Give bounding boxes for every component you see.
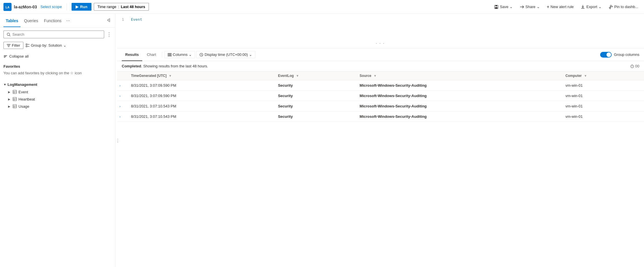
group-columns-label: Group columns bbox=[614, 52, 639, 57]
favorites-section: Favorites You can add favorites by click… bbox=[0, 62, 115, 79]
row-expand-0[interactable]: › bbox=[117, 80, 126, 91]
share-button[interactable]: Share ⌄ bbox=[517, 3, 542, 10]
select-scope-link[interactable]: Select scope bbox=[40, 5, 62, 9]
table-row: › 8/31/2021, 3:07:09.590 PM Security Mic… bbox=[117, 91, 644, 101]
timer-icon bbox=[630, 64, 634, 68]
query-line-1: Event bbox=[131, 17, 142, 22]
columns-icon bbox=[168, 53, 172, 57]
svg-rect-19 bbox=[13, 105, 16, 108]
export-label: Export bbox=[586, 5, 597, 9]
table-icon-usage bbox=[13, 104, 17, 108]
event-label: Event bbox=[18, 90, 28, 94]
svg-rect-24 bbox=[169, 53, 170, 56]
results-tbody: › 8/31/2021, 3:07:09.590 PM Security Mic… bbox=[117, 80, 644, 122]
timer-value: 00 bbox=[635, 64, 639, 68]
cell-source-1: Microsoft-Windows-Security-Auditing bbox=[355, 91, 561, 101]
tab-chart[interactable]: Chart bbox=[143, 49, 160, 61]
cell-time-1: 8/31/2021, 3:07:09.590 PM bbox=[126, 91, 273, 101]
row-expand-3[interactable]: › bbox=[117, 111, 126, 122]
collapse-all-label: Collapse all bbox=[9, 54, 29, 58]
status-text: . Showing results from the last 48 hours… bbox=[141, 64, 208, 68]
col-expand-header bbox=[117, 71, 126, 80]
source-filter-icon[interactable]: ▼ bbox=[373, 74, 377, 77]
sidebar-tabs: Tables Queries Functions ··· bbox=[0, 14, 115, 28]
group-columns-toggle: Group columns bbox=[600, 52, 639, 58]
save-icon bbox=[494, 5, 499, 9]
cell-source-3: Microsoft-Windows-Security-Auditing bbox=[355, 111, 561, 122]
pin-button[interactable]: Pin to dashb... bbox=[606, 3, 641, 10]
new-alert-label: New alert rule bbox=[551, 5, 574, 9]
cell-eventlog-3: Security bbox=[273, 111, 355, 122]
filter-label: Filter bbox=[12, 43, 20, 48]
sidebar-collapse-button[interactable] bbox=[105, 17, 112, 25]
clock-icon bbox=[199, 53, 203, 57]
row-expand-1[interactable]: › bbox=[117, 91, 126, 101]
time-range-button[interactable]: Time range : Last 48 hours bbox=[94, 3, 149, 11]
topbar: LA la-azMon-03 Select scope ▶ Run Time r… bbox=[0, 0, 644, 14]
cell-time-2: 8/31/2021, 3:07:10.543 PM bbox=[126, 101, 273, 111]
tab-tables[interactable]: Tables bbox=[3, 15, 20, 27]
results-tabs-bar: Results Chart Columns ⌄ Display time (UT… bbox=[117, 48, 644, 61]
cell-computer-1: vm-win-01 bbox=[561, 91, 644, 101]
sidebar-options-button[interactable]: ⋮ bbox=[106, 31, 112, 38]
group-logmanagement: ▼ LogManagement ▶ Event ▶ Heartbeat ▶ Us bbox=[0, 79, 115, 111]
svg-rect-11 bbox=[13, 90, 16, 94]
usage-label: Usage bbox=[18, 104, 29, 109]
search-box[interactable] bbox=[3, 31, 104, 38]
cell-source-2: Microsoft-Windows-Security-Auditing bbox=[355, 101, 561, 111]
sidebar-resize-handle[interactable] bbox=[115, 14, 117, 267]
share-chevron-icon: ⌄ bbox=[537, 5, 540, 9]
save-button[interactable]: Save ⌄ bbox=[492, 3, 515, 10]
app-logo-icon: LA bbox=[3, 3, 12, 11]
results-table-container: TimeGenerated [UTC] ▼ EventLog ▼ Source … bbox=[117, 71, 644, 267]
table-row: › 8/31/2021, 3:07:10.543 PM Security Mic… bbox=[117, 101, 644, 111]
group-header-logmanagement[interactable]: ▼ LogManagement bbox=[0, 81, 115, 88]
sidebar-search-row: ⋮ bbox=[0, 28, 115, 41]
computer-filter-icon[interactable]: ▼ bbox=[584, 74, 587, 77]
svg-rect-25 bbox=[171, 53, 171, 56]
event-expand-icon: ▶ bbox=[8, 90, 10, 94]
eventlog-filter-icon[interactable]: ▼ bbox=[296, 74, 299, 77]
tree-item-event[interactable]: ▶ Event bbox=[0, 88, 115, 96]
groupby-chevron-icon: ⌄ bbox=[63, 43, 66, 48]
save-label: Save bbox=[500, 5, 508, 9]
tree-item-heartbeat[interactable]: ▶ Heartbeat bbox=[0, 96, 115, 103]
group-columns-switch[interactable] bbox=[600, 52, 612, 58]
group-name-logmanagement: LogManagement bbox=[8, 82, 37, 87]
col-source-header: Source ▼ bbox=[355, 71, 561, 80]
heartbeat-expand-icon: ▶ bbox=[8, 98, 10, 101]
heartbeat-label: Heartbeat bbox=[18, 97, 35, 101]
tab-functions[interactable]: Functions bbox=[42, 15, 64, 27]
new-alert-plus-icon: + bbox=[547, 4, 549, 10]
svg-rect-3 bbox=[495, 5, 497, 6]
export-button[interactable]: Export ⌄ bbox=[578, 3, 604, 10]
display-time-label: Display time (UTC+00:00) bbox=[205, 52, 248, 57]
columns-button[interactable]: Columns ⌄ bbox=[164, 51, 195, 58]
search-input[interactable] bbox=[12, 32, 101, 37]
filter-icon bbox=[7, 43, 11, 48]
sidebar-more-dots[interactable]: ··· bbox=[66, 18, 70, 23]
svg-rect-8 bbox=[26, 46, 27, 47]
pin-icon bbox=[609, 5, 613, 9]
filter-button[interactable]: Filter bbox=[3, 42, 23, 49]
row-expand-2[interactable]: › bbox=[117, 101, 126, 111]
cell-eventlog-0: Security bbox=[273, 80, 355, 91]
tab-results[interactable]: Results bbox=[122, 49, 142, 61]
query-editor[interactable]: 1 Event ··· bbox=[117, 14, 644, 48]
cell-computer-3: vm-win-01 bbox=[561, 111, 644, 122]
groupby-label: Group by: Solution bbox=[31, 43, 62, 48]
table-row: › 8/31/2021, 3:07:09.590 PM Security Mic… bbox=[117, 80, 644, 91]
run-button[interactable]: ▶ Run bbox=[72, 3, 91, 11]
display-time-button[interactable]: Display time (UTC+00:00) ⌄ bbox=[196, 51, 255, 58]
tab-queries[interactable]: Queries bbox=[22, 15, 40, 27]
favorites-description: You can add favorites by clicking on the… bbox=[3, 70, 112, 76]
groupby-button[interactable]: Group by: Solution ⌄ bbox=[26, 43, 66, 48]
svg-rect-23 bbox=[168, 53, 169, 56]
svg-rect-4 bbox=[495, 7, 497, 9]
collapse-all-row[interactable]: Collapse all bbox=[0, 52, 115, 61]
editor-resize-dots[interactable]: ··· bbox=[375, 41, 386, 46]
timegen-filter-icon[interactable]: ▼ bbox=[169, 74, 172, 77]
new-alert-rule-button[interactable]: + New alert rule bbox=[544, 3, 576, 11]
cell-source-0: Microsoft-Windows-Security-Auditing bbox=[355, 80, 561, 91]
tree-item-usage[interactable]: ▶ Usage bbox=[0, 103, 115, 110]
